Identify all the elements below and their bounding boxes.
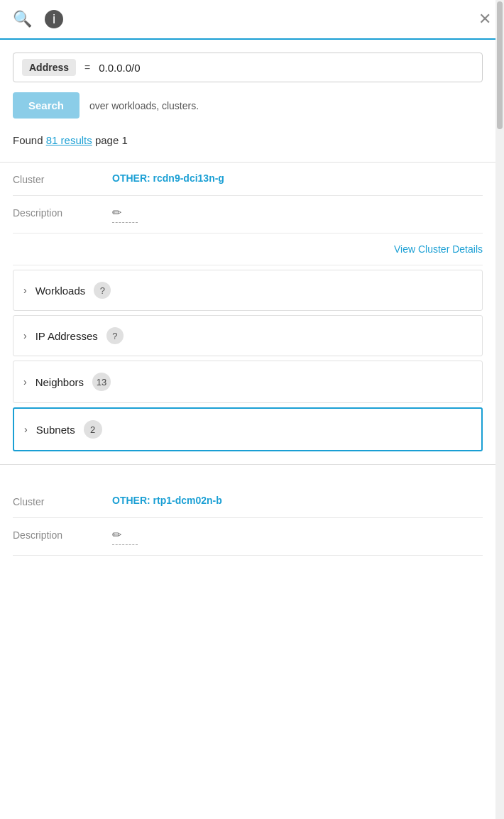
subnets-label: Subnets: [36, 424, 75, 436]
search-description: over workloads, clusters.: [89, 100, 199, 111]
subnets-badge: 2: [84, 420, 102, 439]
search-bar: Address = 0.0.0.0/0: [13, 53, 483, 82]
expandable-sections-1: › Workloads ? › IP Addresses ? › Neighbo…: [13, 270, 483, 451]
info-icon[interactable]: i: [45, 10, 63, 28]
filter-pill: Address: [22, 59, 76, 76]
results-count[interactable]: 81 results: [46, 134, 92, 146]
ip-addresses-label: IP Addresses: [35, 330, 98, 342]
neighbors-row[interactable]: › Neighbors 13: [13, 361, 483, 403]
close-button[interactable]: ✕: [478, 10, 491, 28]
chevron-ip-addresses: ›: [23, 330, 27, 341]
results-prefix: Found: [13, 134, 46, 146]
description-label-2: Description: [13, 528, 105, 541]
scrollbar[interactable]: [495, 0, 504, 819]
workloads-row[interactable]: › Workloads ?: [13, 270, 483, 311]
toolbar: 🔍 i ✕: [0, 0, 504, 40]
chevron-neighbors: ›: [23, 376, 27, 387]
scrollbar-thumb[interactable]: [497, 1, 503, 129]
cluster-label-1: Cluster: [13, 172, 105, 185]
result-card-2: Cluster OTHER: rtp1-dcm02n-b Description…: [13, 485, 483, 556]
results-suffix: page 1: [92, 134, 128, 146]
cluster-row-2: Cluster OTHER: rtp1-dcm02n-b: [13, 485, 483, 518]
divider-mid: [0, 464, 495, 465]
description-label-1: Description: [13, 206, 105, 219]
search-button[interactable]: Search: [13, 92, 80, 119]
dashed-line-1: [112, 222, 138, 223]
ip-addresses-row[interactable]: › IP Addresses ?: [13, 315, 483, 356]
neighbors-label: Neighbors: [35, 376, 84, 388]
description-value-1: ✏: [112, 206, 138, 223]
cluster-value-1[interactable]: OTHER: rcdn9-dci13n-g: [112, 172, 224, 184]
filter-value: 0.0.0.0/0: [99, 62, 140, 74]
description-row-1: Description ✏: [13, 196, 483, 233]
description-value-2: ✏: [112, 528, 138, 545]
results-summary: Found 81 results page 1: [13, 134, 483, 146]
view-cluster-details-link-1[interactable]: View Cluster Details: [394, 243, 483, 255]
search-icon[interactable]: 🔍: [13, 10, 32, 28]
result-card-1: Cluster OTHER: rcdn9-dci13n-g Descriptio…: [13, 163, 483, 451]
chevron-workloads: ›: [23, 285, 27, 296]
subnets-row[interactable]: › Subnets 2: [13, 407, 483, 451]
view-details-row-1: View Cluster Details: [13, 233, 483, 265]
pencil-icon-2[interactable]: ✏: [112, 528, 138, 542]
description-row-2: Description ✏: [13, 518, 483, 556]
workloads-badge: ?: [94, 282, 111, 299]
filter-equals: =: [84, 62, 90, 73]
chevron-subnets: ›: [24, 424, 28, 435]
cluster-row-1: Cluster OTHER: rcdn9-dci13n-g: [13, 163, 483, 196]
workloads-label: Workloads: [35, 285, 86, 297]
neighbors-badge: 13: [92, 373, 111, 391]
cluster-label-2: Cluster: [13, 495, 105, 507]
cluster-value-2[interactable]: OTHER: rtp1-dcm02n-b: [112, 495, 222, 506]
pencil-icon-1[interactable]: ✏: [112, 206, 138, 219]
search-action-row: Search over workloads, clusters.: [13, 92, 483, 119]
ip-addresses-badge: ?: [106, 327, 124, 344]
dashed-line-2: [112, 544, 138, 545]
toolbar-left: 🔍 i: [13, 10, 63, 28]
main-content: Address = 0.0.0.0/0 Search over workload…: [0, 53, 495, 556]
